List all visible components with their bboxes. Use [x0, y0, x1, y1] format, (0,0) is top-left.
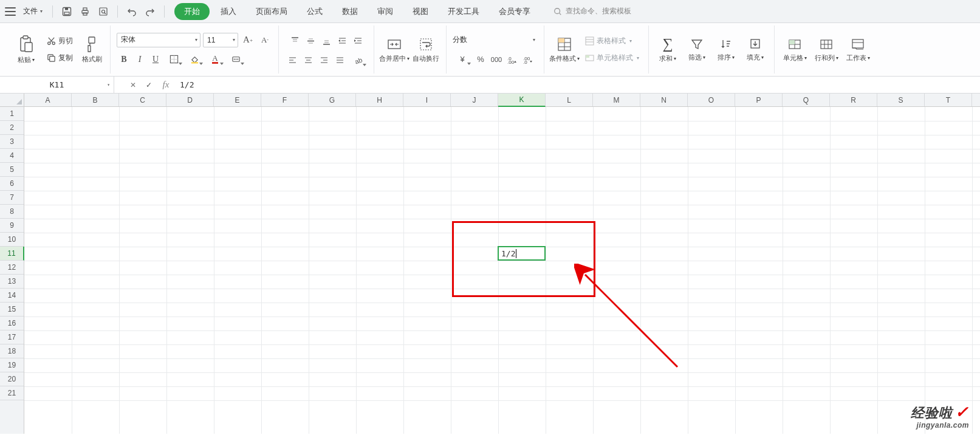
column-header[interactable]: B: [72, 94, 119, 106]
row-header[interactable]: 3: [0, 135, 24, 149]
tab-视图[interactable]: 视图: [404, 2, 437, 21]
column-header[interactable]: J: [451, 94, 498, 106]
column-header[interactable]: H: [356, 94, 403, 106]
row-header[interactable]: 9: [0, 219, 24, 233]
tab-审阅[interactable]: 审阅: [369, 2, 402, 21]
increase-font-icon[interactable]: A+: [241, 33, 255, 47]
row-header[interactable]: 2: [0, 121, 24, 135]
increase-decimal-button[interactable]: .0.00: [505, 52, 519, 67]
format-painter-button[interactable]: 格式刷: [80, 26, 104, 74]
column-headers[interactable]: ABCDEFGHIJKLMNOPQRST: [24, 94, 980, 107]
fill-color-button[interactable]: [185, 52, 204, 67]
tab-开发工具[interactable]: 开发工具: [439, 2, 488, 21]
row-header[interactable]: 15: [0, 303, 24, 317]
column-header[interactable]: K: [498, 94, 546, 107]
cells-canvas[interactable]: 1/2: [24, 107, 980, 434]
decrease-decimal-button[interactable]: .00.0: [521, 52, 535, 67]
tab-页面布局[interactable]: 页面布局: [247, 2, 296, 21]
cut-button[interactable]: 剪切: [44, 34, 76, 49]
align-middle-icon[interactable]: [303, 34, 318, 49]
column-header[interactable]: Q: [783, 94, 830, 106]
fx-icon[interactable]: fx: [157, 77, 175, 93]
row-header[interactable]: 19: [0, 358, 24, 372]
column-header[interactable]: A: [24, 94, 72, 106]
bold-button[interactable]: B: [117, 52, 131, 67]
decrease-indent-icon[interactable]: [335, 34, 349, 49]
sum-button[interactable]: ∑求和▾: [655, 26, 680, 74]
align-top-icon[interactable]: [287, 34, 302, 49]
tab-会员专享[interactable]: 会员专享: [490, 2, 539, 21]
percent-button[interactable]: %: [473, 52, 488, 67]
row-header[interactable]: 21: [0, 386, 24, 400]
file-menu[interactable]: 文件 ▾: [19, 4, 46, 18]
cells-button[interactable]: 单元格▾: [781, 26, 809, 74]
column-header[interactable]: O: [688, 94, 735, 106]
formula-input[interactable]: 1/2: [175, 77, 980, 93]
row-header[interactable]: 8: [0, 205, 24, 219]
underline-button[interactable]: U: [148, 52, 163, 67]
table-style-button[interactable]: 表格样式▾: [582, 34, 642, 49]
column-header[interactable]: P: [735, 94, 783, 106]
increase-indent-icon[interactable]: [351, 34, 365, 49]
column-header[interactable]: R: [830, 94, 877, 106]
menu-icon[interactable]: [5, 7, 16, 16]
row-header[interactable]: 7: [0, 191, 24, 205]
column-header[interactable]: F: [261, 94, 309, 106]
column-header[interactable]: S: [877, 94, 925, 106]
number-format-select[interactable]: 分数▾: [453, 33, 538, 47]
row-header[interactable]: 14: [0, 289, 24, 303]
decrease-font-icon[interactable]: A-: [258, 33, 272, 47]
justify-icon[interactable]: [332, 53, 347, 68]
print-preview-icon[interactable]: [95, 4, 111, 19]
sort-button[interactable]: 排序▾: [713, 26, 739, 74]
spreadsheet-grid[interactable]: ABCDEFGHIJKLMNOPQRST 1234567891011121314…: [0, 94, 980, 434]
column-header[interactable]: D: [166, 94, 214, 106]
row-header[interactable]: 6: [0, 177, 24, 191]
fill-button[interactable]: 填充▾: [742, 26, 768, 74]
row-header[interactable]: 10: [0, 233, 24, 247]
tab-开始[interactable]: 开始: [174, 3, 210, 20]
row-header[interactable]: 17: [0, 330, 24, 344]
paste-button[interactable]: 粘贴▾: [12, 26, 40, 74]
row-header[interactable]: 12: [0, 261, 24, 275]
column-header[interactable]: G: [309, 94, 356, 106]
align-left-icon[interactable]: [285, 53, 300, 68]
wrap-text-button[interactable]: 自动换行: [412, 26, 440, 74]
filter-button[interactable]: 筛选▾: [684, 26, 710, 74]
border-button[interactable]: [164, 52, 183, 67]
row-headers[interactable]: 123456789101112131415161718192021: [0, 107, 24, 434]
save-icon[interactable]: [59, 4, 75, 19]
name-box[interactable]: K11▾: [0, 77, 114, 93]
row-header[interactable]: 1: [0, 107, 24, 121]
cell-effects-button[interactable]: [226, 52, 245, 67]
align-right-icon[interactable]: [317, 53, 331, 68]
row-header[interactable]: 5: [0, 163, 24, 177]
merge-center-button[interactable]: 合并居中▾: [380, 26, 408, 74]
print-icon[interactable]: [77, 4, 93, 19]
align-bottom-icon[interactable]: [319, 34, 334, 49]
conditional-format-button[interactable]: 条件格式▾: [550, 26, 578, 74]
orientation-button[interactable]: ab: [348, 53, 368, 68]
column-header[interactable]: I: [403, 94, 451, 106]
tab-数据[interactable]: 数据: [334, 2, 366, 21]
undo-icon[interactable]: [124, 4, 140, 19]
rows-cols-button[interactable]: 行和列▾: [812, 26, 840, 74]
font-name-select[interactable]: 宋体▾: [117, 33, 200, 47]
copy-button[interactable]: 复制: [44, 51, 76, 66]
row-header[interactable]: 11: [0, 247, 24, 261]
row-header[interactable]: 4: [0, 149, 24, 163]
font-color-button[interactable]: A: [205, 52, 225, 67]
select-all-corner[interactable]: [0, 94, 24, 107]
formula-cancel-button[interactable]: ✕: [125, 77, 141, 93]
column-header[interactable]: T: [925, 94, 972, 106]
row-header[interactable]: 18: [0, 344, 24, 358]
tab-插入[interactable]: 插入: [212, 2, 245, 21]
column-header[interactable]: L: [546, 94, 593, 106]
column-header[interactable]: M: [593, 94, 640, 106]
cell-style-button[interactable]: 单元格样式▾: [582, 51, 642, 66]
italic-button[interactable]: I: [132, 52, 147, 67]
column-header[interactable]: C: [119, 94, 166, 106]
worksheet-button[interactable]: 工作表▾: [844, 26, 872, 74]
redo-icon[interactable]: [142, 4, 158, 19]
row-header[interactable]: 13: [0, 275, 24, 289]
